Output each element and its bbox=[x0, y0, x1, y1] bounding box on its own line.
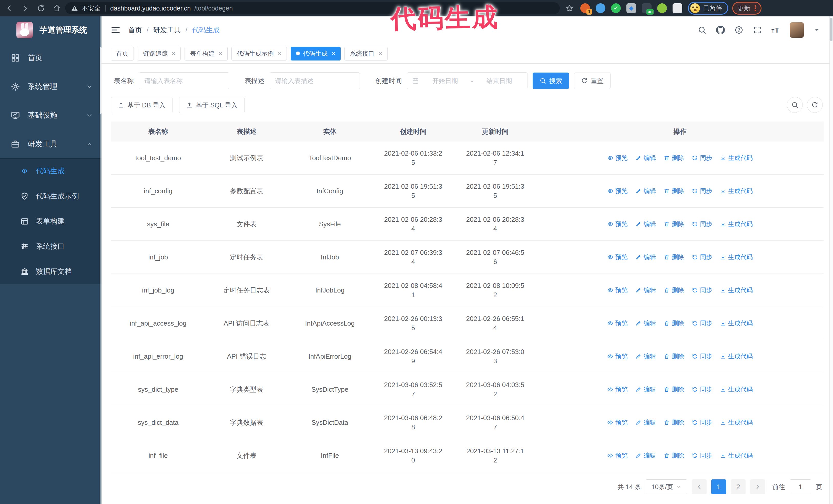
action-eye-link[interactable]: 预览 bbox=[607, 319, 628, 328]
action-sync-link[interactable]: 同步 bbox=[692, 219, 712, 229]
action-edit-link[interactable]: 编辑 bbox=[635, 352, 656, 361]
action-download-link[interactable]: 生成代码 bbox=[720, 418, 753, 427]
sidebar-subitem[interactable]: 数据库文档 bbox=[0, 259, 101, 284]
prev-page-button[interactable]: ‹ bbox=[692, 479, 707, 494]
close-tab-icon[interactable]: × bbox=[379, 50, 382, 57]
action-sync-link[interactable]: 同步 bbox=[692, 253, 712, 262]
sidebar-item[interactable]: 系统管理 bbox=[0, 72, 101, 101]
toggle-search-button[interactable] bbox=[787, 97, 803, 113]
action-sync-link[interactable]: 同步 bbox=[692, 385, 712, 394]
fullscreen-icon[interactable] bbox=[753, 26, 762, 34]
action-eye-link[interactable]: 预览 bbox=[607, 153, 628, 163]
action-edit-link[interactable]: 编辑 bbox=[635, 385, 656, 394]
page-button[interactable]: 1 bbox=[711, 479, 726, 494]
action-download-link[interactable]: 生成代码 bbox=[720, 451, 753, 460]
reset-button[interactable]: 重置 bbox=[574, 73, 611, 89]
tab[interactable]: 首页 bbox=[111, 47, 134, 61]
close-tab-icon[interactable]: × bbox=[332, 50, 335, 57]
sidebar-subitem[interactable]: 代码生成示例 bbox=[0, 184, 101, 209]
sidebar-subitem[interactable]: 代码生成 bbox=[0, 159, 101, 184]
close-tab-icon[interactable]: × bbox=[278, 50, 281, 57]
breadcrumb-item[interactable]: 研发工具 bbox=[153, 25, 181, 34]
import-sql-button[interactable]: 基于 SQL 导入 bbox=[179, 97, 244, 113]
action-sync-link[interactable]: 同步 bbox=[692, 286, 712, 295]
action-edit-link[interactable]: 编辑 bbox=[635, 418, 656, 427]
action-download-link[interactable]: 生成代码 bbox=[720, 286, 753, 295]
tab[interactable]: 代码生成示例× bbox=[232, 47, 287, 61]
action-delete-link[interactable]: 删除 bbox=[664, 253, 684, 262]
action-download-link[interactable]: 生成代码 bbox=[720, 153, 753, 163]
action-edit-link[interactable]: 编辑 bbox=[635, 286, 656, 295]
sidebar-item[interactable]: 基础设施 bbox=[0, 101, 101, 130]
font-size-icon[interactable]: TT bbox=[771, 26, 780, 34]
import-db-button[interactable]: 基于 DB 导入 bbox=[111, 97, 172, 113]
action-edit-link[interactable]: 编辑 bbox=[635, 219, 656, 229]
extension-check-icon[interactable]: ✓ bbox=[611, 3, 621, 13]
breadcrumb-item[interactable]: 首页 bbox=[128, 25, 142, 34]
action-delete-link[interactable]: 删除 bbox=[664, 286, 684, 295]
extension-panel-icon[interactable]: ◆ bbox=[626, 3, 636, 13]
user-menu-caret-icon[interactable] bbox=[813, 27, 820, 33]
sidebar-item[interactable]: 研发工具 bbox=[0, 130, 101, 159]
extension-puzzle-icon[interactable] bbox=[672, 3, 682, 13]
close-tab-icon[interactable]: × bbox=[172, 50, 175, 57]
extension-key-icon[interactable] bbox=[657, 3, 667, 13]
action-sync-link[interactable]: 同步 bbox=[692, 153, 712, 163]
user-avatar[interactable] bbox=[790, 22, 804, 38]
next-page-button[interactable]: › bbox=[750, 479, 765, 494]
action-delete-link[interactable]: 删除 bbox=[664, 219, 684, 229]
action-download-link[interactable]: 生成代码 bbox=[720, 219, 753, 229]
action-eye-link[interactable]: 预览 bbox=[607, 451, 628, 460]
table-name-input[interactable] bbox=[144, 77, 224, 85]
end-date-placeholder[interactable]: 结束日期 bbox=[476, 77, 523, 85]
action-eye-link[interactable]: 预览 bbox=[607, 219, 628, 229]
page-size-select[interactable]: 10条/页 bbox=[646, 479, 687, 494]
action-edit-link[interactable]: 编辑 bbox=[635, 186, 656, 196]
browser-back-icon[interactable] bbox=[5, 4, 13, 12]
browser-forward-icon[interactable] bbox=[21, 4, 29, 12]
action-sync-link[interactable]: 同步 bbox=[692, 319, 712, 328]
search-button[interactable]: 搜索 bbox=[532, 73, 569, 89]
action-edit-link[interactable]: 编辑 bbox=[635, 319, 656, 328]
app-logo[interactable]: 芋道管理系统 bbox=[0, 17, 101, 44]
github-icon[interactable] bbox=[716, 26, 725, 34]
start-date-placeholder[interactable]: 开始日期 bbox=[422, 77, 469, 85]
browser-home-icon[interactable] bbox=[53, 4, 61, 12]
action-eye-link[interactable]: 预览 bbox=[607, 286, 628, 295]
action-eye-link[interactable]: 预览 bbox=[607, 352, 628, 361]
sidebar-toggle-icon[interactable] bbox=[111, 25, 120, 35]
action-edit-link[interactable]: 编辑 bbox=[635, 153, 656, 163]
action-download-link[interactable]: 生成代码 bbox=[720, 385, 753, 394]
browser-reload-icon[interactable] bbox=[37, 4, 45, 12]
action-download-link[interactable]: 生成代码 bbox=[720, 319, 753, 328]
bookmark-star-icon[interactable] bbox=[565, 4, 574, 12]
refresh-table-button[interactable] bbox=[807, 97, 823, 113]
action-edit-link[interactable]: 编辑 bbox=[635, 451, 656, 460]
action-sync-link[interactable]: 同步 bbox=[692, 418, 712, 427]
action-sync-link[interactable]: 同步 bbox=[692, 352, 712, 361]
extension-orange-icon[interactable]: 1 bbox=[580, 3, 590, 13]
close-tab-icon[interactable]: × bbox=[219, 50, 222, 57]
browser-menu-dots-icon[interactable] bbox=[755, 7, 756, 9]
action-eye-link[interactable]: 预览 bbox=[607, 385, 628, 394]
action-sync-link[interactable]: 同步 bbox=[692, 451, 712, 460]
action-delete-link[interactable]: 删除 bbox=[664, 319, 684, 328]
action-download-link[interactable]: 生成代码 bbox=[720, 253, 753, 262]
page-button[interactable]: 2 bbox=[731, 479, 745, 494]
date-range-picker[interactable]: 开始日期 - 结束日期 bbox=[407, 72, 527, 89]
action-download-link[interactable]: 生成代码 bbox=[720, 352, 753, 361]
tab[interactable]: 代码生成× bbox=[291, 47, 341, 61]
sidebar-scrollbar[interactable] bbox=[100, 17, 101, 504]
browser-update-button[interactable]: 更新 bbox=[732, 2, 761, 15]
tab[interactable]: 链路追踪× bbox=[138, 47, 181, 61]
action-edit-link[interactable]: 编辑 bbox=[635, 253, 656, 262]
action-delete-link[interactable]: 删除 bbox=[664, 418, 684, 427]
page-scrollbar[interactable] bbox=[829, 17, 833, 504]
breadcrumb-item[interactable]: 代码生成 bbox=[192, 25, 220, 34]
search-icon[interactable] bbox=[698, 26, 706, 34]
tab[interactable]: 表单构建× bbox=[185, 47, 228, 61]
sidebar-item[interactable]: 首页 bbox=[0, 44, 101, 72]
action-eye-link[interactable]: 预览 bbox=[607, 186, 628, 196]
tab[interactable]: 系统接口× bbox=[344, 47, 387, 61]
action-delete-link[interactable]: 删除 bbox=[664, 153, 684, 163]
